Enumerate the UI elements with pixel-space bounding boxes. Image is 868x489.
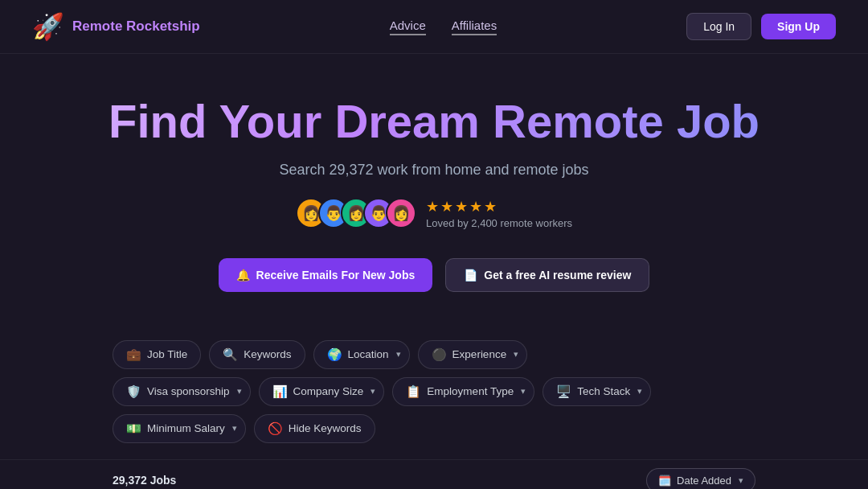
filters-section: 💼 Job Title 🔍 Keywords 🌍 Location ▾ ⚫ Ex…	[0, 340, 868, 443]
nav-links: Advice Affiliates	[390, 18, 497, 35]
chevron-down-icon: ▾	[396, 349, 401, 360]
social-info: ★★★★★ Loved by 2,400 remote workers	[426, 198, 572, 229]
navbar: 🚀 Remote Rocketship Advice Affiliates Lo…	[0, 0, 868, 54]
filter-row-3: 💵 Minimum Salary ▾ 🚫 Hide Keywords	[113, 414, 755, 443]
nav-link-affiliates[interactable]: Affiliates	[452, 18, 497, 35]
sort-label: Date Added	[677, 475, 731, 487]
resume-review-button[interactable]: 📄 Get a free AI resume review	[445, 258, 649, 292]
monitor-icon: 🖥️	[556, 384, 571, 399]
filter-row-2: 🛡️ Visa sponsorship ▾ 📊 Company Size ▾ 📋…	[113, 377, 755, 406]
star-rating: ★★★★★	[426, 198, 572, 216]
login-button[interactable]: Log In	[686, 13, 751, 40]
sort-dropdown[interactable]: 🗓️ Date Added ▾	[646, 468, 755, 489]
chevron-down-icon: ▾	[232, 423, 237, 434]
calendar-icon: 🗓️	[658, 475, 671, 487]
resume-icon: 📄	[464, 269, 477, 281]
briefcase-icon: 💼	[126, 347, 141, 362]
resume-label: Get a free AI resume review	[484, 269, 631, 281]
filter-row-1: 💼 Job Title 🔍 Keywords 🌍 Location ▾ ⚫ Ex…	[113, 340, 755, 369]
hero-section: Find Your Dream Remote Job Search 29,372…	[0, 54, 868, 340]
money-icon: 💵	[126, 421, 141, 436]
filter-location-label: Location	[348, 348, 389, 360]
filter-tech-stack-label: Tech Stack	[577, 385, 630, 397]
rocket-icon: 🚀	[32, 11, 64, 42]
filter-experience-label: Experience	[452, 348, 507, 360]
avatar-group: 👩 👨 👩 👨 👩	[296, 198, 416, 228]
filter-company-size[interactable]: 📊 Company Size ▾	[259, 377, 385, 406]
logo[interactable]: 🚀 Remote Rocketship	[32, 11, 200, 42]
hero-subtitle: Search 29,372 work from home and remote …	[32, 162, 836, 179]
filter-keywords-label: Keywords	[244, 348, 291, 360]
filter-tech-stack[interactable]: 🖥️ Tech Stack ▾	[542, 377, 651, 406]
filter-visa-label: Visa sponsorship	[147, 385, 230, 397]
filter-visa[interactable]: 🛡️ Visa sponsorship ▾	[113, 377, 251, 406]
shield-icon: 🛡️	[126, 384, 141, 399]
chevron-down-icon: ▾	[637, 386, 642, 397]
filter-company-size-label: Company Size	[293, 385, 364, 397]
filter-min-salary-label: Minimum Salary	[147, 422, 225, 434]
filter-employment-type-label: Employment Type	[427, 385, 514, 397]
signup-button[interactable]: Sign Up	[761, 14, 836, 39]
chevron-down-icon: ▾	[514, 349, 518, 360]
email-alerts-button[interactable]: 🔔 Receive Emails For New Jobs	[219, 258, 433, 292]
search-icon: 🔍	[223, 347, 238, 362]
globe-icon: 🌍	[327, 347, 342, 362]
social-proof: 👩 👨 👩 👨 👩 ★★★★★ Loved by 2,400 remote wo…	[32, 198, 836, 229]
nav-buttons: Log In Sign Up	[686, 13, 836, 40]
filter-experience[interactable]: ⚫ Experience ▾	[418, 340, 528, 369]
social-text: Loved by 2,400 remote workers	[426, 217, 572, 229]
results-count: 29,372 Jobs	[113, 474, 176, 487]
nav-link-advice[interactable]: Advice	[390, 18, 426, 35]
chevron-down-icon: ▾	[521, 386, 526, 397]
filter-employment-type[interactable]: 📋 Employment Type ▾	[392, 377, 534, 406]
chart-icon: 📊	[272, 384, 288, 399]
avatar: 👩	[386, 198, 416, 228]
filter-job-title-label: Job Title	[147, 348, 187, 360]
chevron-down-icon: ▾	[237, 386, 242, 397]
chevron-down-icon: ▾	[739, 475, 743, 486]
email-label: Receive Emails For New Jobs	[256, 269, 416, 281]
filter-hide-keywords[interactable]: 🚫 Hide Keywords	[254, 414, 375, 443]
results-bar: 29,372 Jobs 🗓️ Date Added ▾	[0, 459, 868, 489]
chevron-down-icon: ▾	[371, 386, 375, 397]
filter-hide-keywords-label: Hide Keywords	[289, 422, 362, 434]
cta-buttons: 🔔 Receive Emails For New Jobs 📄 Get a fr…	[32, 258, 836, 292]
filter-job-title[interactable]: 💼 Job Title	[113, 340, 201, 369]
bell-icon: 🔔	[236, 269, 250, 281]
filter-location[interactable]: 🌍 Location ▾	[313, 340, 410, 369]
filter-keywords[interactable]: 🔍 Keywords	[209, 340, 305, 369]
hero-title: Find Your Dream Remote Job	[32, 96, 836, 147]
filter-min-salary[interactable]: 💵 Minimum Salary ▾	[113, 414, 246, 443]
circle-icon: ⚫	[432, 347, 447, 362]
clipboard-icon: 📋	[406, 384, 421, 399]
logo-text: Remote Rocketship	[72, 18, 200, 35]
block-icon: 🚫	[268, 421, 283, 436]
